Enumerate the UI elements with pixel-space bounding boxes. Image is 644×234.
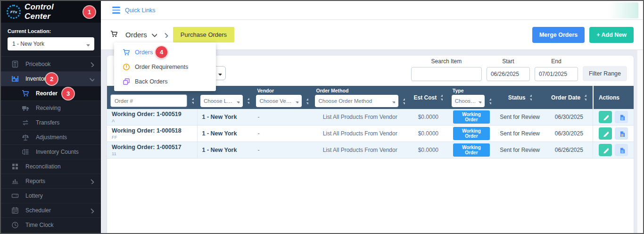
sidebar-item-scheduler[interactable]: Scheduler — [1, 203, 101, 217]
sort-icon[interactable] — [438, 94, 443, 101]
order-date-cell: 06/26/2025 — [545, 142, 593, 159]
sidebar-item-reconciliation[interactable]: Reconciliation — [1, 159, 101, 174]
sidebar-item-label: Scheduler — [25, 207, 89, 214]
sidebar-item-label: Pricebook — [25, 61, 89, 67]
menu-item-order-requirements[interactable]: Order Requirements — [114, 59, 216, 74]
sidebar-item-label: Transfers — [36, 119, 94, 126]
sidebar-item-label: Receiving — [36, 105, 94, 111]
select-value: Choose Vendor — [259, 98, 294, 104]
sidebar-item-inventory-counts[interactable]: Inventory Counts — [1, 144, 101, 159]
sort-icon[interactable] — [245, 97, 249, 104]
start-date-input[interactable] — [487, 67, 530, 81]
order-link[interactable]: Working Order: 1-000517 — [112, 144, 192, 150]
sidebar-item-transfers[interactable]: Transfers — [1, 115, 101, 130]
select-value: Choose ... — [455, 98, 477, 104]
sidebar-item-time-clock[interactable]: Time Clock — [1, 217, 101, 232]
sidebar-item-lottery[interactable]: Lottery — [1, 188, 101, 203]
sidebar: FTx Control Center 1 Current Location: 1… — [1, 1, 101, 233]
pencil-icon — [603, 131, 609, 137]
menu-item-label: Back Orders — [135, 78, 167, 85]
reports-chart-icon — [11, 177, 19, 185]
edit-order-button[interactable] — [599, 111, 612, 123]
breadcrumb-purchase-orders[interactable]: Purchase Orders — [173, 27, 234, 42]
caret-down-icon — [235, 99, 239, 103]
quick-links-label[interactable]: Quick Links — [125, 7, 156, 14]
sidebar-item-reorder[interactable]: Reorder 3 — [1, 86, 101, 100]
vertical-scrollbar[interactable] — [637, 50, 643, 233]
order-method-column-label: Order Method — [316, 88, 405, 93]
sidebar-item-pricebook[interactable]: Pricebook — [1, 57, 101, 71]
sort-icon[interactable] — [190, 97, 194, 104]
chevron-down-icon[interactable] — [151, 32, 157, 38]
edit-order-button[interactable] — [599, 127, 612, 140]
order-document-button[interactable] — [615, 127, 628, 140]
topbar: Quick Links — [101, 1, 643, 20]
reconciliation-grid-icon — [11, 163, 19, 170]
sidebar-item-adjustments[interactable]: Adjustments — [1, 130, 101, 144]
vendor-filter-select[interactable]: Choose Vendor — [256, 95, 302, 107]
caret-down-icon — [216, 71, 222, 76]
location-select-value: 1 - New York — [12, 41, 44, 47]
topbar-gradient-decoration — [608, 2, 638, 18]
add-new-button[interactable]: + Add New — [589, 27, 634, 43]
order-link[interactable]: Working Order: 1-000518 — [112, 127, 192, 134]
end-date-label: End — [551, 58, 561, 65]
order-date-cell: 06/30/2025 — [545, 125, 593, 142]
order-method-filter-select[interactable]: Choose Order Method — [315, 95, 398, 107]
order-note: A — [112, 118, 192, 123]
sort-icon[interactable] — [401, 98, 405, 105]
vendor-cell: - — [253, 142, 312, 159]
order-note: FF — [112, 134, 192, 140]
alert-circle-icon — [123, 63, 130, 70]
order-date-cell: 06/30/2025 — [545, 109, 593, 125]
est-cost-cell: $0.0000 — [408, 142, 448, 159]
table-row: Working Order: 1-000519 A 1 - New York -… — [107, 109, 634, 125]
menu-item-label: Orders — [135, 49, 153, 56]
vendor-cell: - — [253, 125, 312, 142]
order-link[interactable]: Working Order: 1-000519 — [112, 111, 192, 117]
filter-range-button[interactable]: Filter Range — [583, 66, 627, 81]
sidebar-item-receiving[interactable]: Receiving — [1, 100, 101, 115]
breadcrumb-orders[interactable]: Orders — [125, 31, 147, 39]
location-select[interactable]: 1 - New York — [8, 37, 94, 50]
type-column-label: Type — [453, 88, 491, 93]
sidebar-item-label: Reports — [25, 178, 89, 184]
logo-bar: FTx Control Center 1 — [1, 1, 101, 23]
receiving-truck-icon — [22, 104, 29, 112]
sidebar-item-label: Time Clock — [25, 222, 94, 228]
document-icon — [619, 131, 625, 137]
select-value: Choose Location — [204, 98, 235, 104]
adjustments-scale-icon — [22, 134, 29, 141]
sort-icon[interactable] — [528, 94, 532, 101]
order-number-filter-input[interactable] — [110, 94, 187, 107]
type-filter-select[interactable]: Choose ... — [452, 95, 485, 107]
status-cell: Sent for Review — [495, 109, 545, 125]
actions-column-label: Actions — [599, 94, 619, 101]
pencil-icon — [603, 114, 609, 120]
order-note: 11 — [112, 151, 192, 156]
sidebar-item-inventory[interactable]: Inventory 2 — [1, 71, 101, 86]
sort-icon[interactable] — [582, 94, 586, 101]
order-document-button[interactable] — [615, 144, 628, 156]
order-document-button[interactable] — [615, 111, 628, 123]
caret-down-icon — [294, 99, 298, 103]
orders-table: Choose Location Vendor — [107, 86, 634, 159]
menu-item-orders[interactable]: Orders 4 — [114, 45, 216, 59]
sort-icon[interactable] — [487, 98, 491, 105]
pencil-icon — [603, 147, 609, 153]
sidebar-item-reports[interactable]: Reports — [1, 174, 101, 188]
breadcrumb-separator-icon — [163, 32, 168, 38]
current-location-label: Current Location: — [8, 28, 94, 34]
location-filter-select[interactable]: Choose Location — [200, 95, 243, 107]
menu-item-back-orders[interactable]: Back Orders — [114, 74, 216, 89]
main-area: Quick Links Orders Purchase Orders Merge… — [101, 1, 643, 233]
vendor-cell: - — [253, 109, 312, 125]
merge-orders-button[interactable]: Merge Orders — [532, 27, 585, 43]
edit-order-button[interactable] — [599, 144, 612, 156]
end-date-input[interactable] — [535, 67, 578, 81]
status-cell: Sent for Review — [495, 142, 545, 159]
sort-icon[interactable] — [304, 98, 308, 105]
chevron-right-icon — [89, 178, 94, 184]
search-item-input[interactable] — [411, 67, 482, 81]
quick-links-menu-icon[interactable] — [112, 7, 120, 14]
